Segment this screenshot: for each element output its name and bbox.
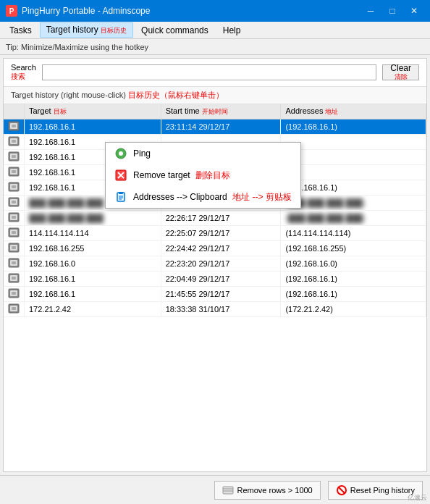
row-addresses: (192.168.16.1) <box>281 119 426 135</box>
col-addresses: Addresses 地址 <box>281 104 426 119</box>
row-starttime: 22:24:42 29/12/17 <box>161 241 281 256</box>
row-icon-cell <box>4 287 25 302</box>
row-target: ███.███.███.███ <box>25 211 161 226</box>
history-table: Target 目标 Start time 开始时间 Addresses 地址 <box>4 104 426 317</box>
search-label-zh: 搜索 <box>11 72 36 82</box>
ctx-remove-target[interactable]: Remove target 删除目标 <box>106 164 300 186</box>
window-controls: ─ □ ✕ <box>361 4 424 18</box>
row-icon-cell <box>4 211 25 226</box>
watermark: 亿速云 <box>408 493 427 503</box>
row-addresses <box>281 135 426 150</box>
svg-line-53 <box>339 487 345 493</box>
svg-rect-2 <box>12 125 16 127</box>
svg-rect-20 <box>12 216 16 219</box>
row-addresses: (192.168.16.1) <box>281 272 426 287</box>
row-addresses <box>281 150 426 165</box>
minimize-button[interactable]: ─ <box>361 4 381 18</box>
row-target: 192.168.16.1 <box>25 119 161 135</box>
bottom-bar: Remove rows > 1000 Reset Ping history <box>0 475 430 504</box>
row-addresses: (███.███.███.███) <box>281 196 426 211</box>
table-header-label: Target history (right mouse-click) 目标历史（… <box>4 87 426 104</box>
row-addresses: (192.168.16.255) <box>281 241 426 256</box>
row-addresses: (192.168.16.1) <box>281 287 426 302</box>
remove-rows-button[interactable]: Remove rows > 1000 <box>214 481 320 500</box>
context-menu: Ping Remove target 删除目标 <box>105 142 301 209</box>
search-area: Search 搜索 Clear 清除 <box>4 59 426 87</box>
row-target: 192.168.16.1 <box>25 287 161 302</box>
remove-rows-icon <box>222 484 234 496</box>
table-container: Target 目标 Start time 开始时间 Addresses 地址 <box>4 104 426 476</box>
remove-rows-label: Remove rows > 1000 <box>237 486 312 495</box>
svg-rect-32 <box>12 277 16 280</box>
tip-text: Tip: Minimize/Maximize using the hotkey <box>6 43 148 51</box>
row-icon-cell <box>4 272 25 287</box>
col-starttime: Start time 开始时间 <box>161 104 281 119</box>
row-icon-cell <box>4 302 25 317</box>
close-button[interactable]: ✕ <box>404 4 424 18</box>
table-row[interactable]: 192.168.16.123:11:14 29/12/17(192.168.16… <box>4 119 426 135</box>
row-icon-cell <box>4 150 25 165</box>
row-icon-cell <box>4 135 25 150</box>
menu-tasks[interactable]: Tasks <box>3 23 38 38</box>
row-starttime: 22:23:20 29/12/17 <box>161 256 281 272</box>
clipboard-icon <box>114 190 127 203</box>
row-addresses: (192.168.16.1) <box>281 180 426 196</box>
maximize-button[interactable]: □ <box>382 4 402 18</box>
row-starttime: 23:11:14 29/12/17 <box>161 119 281 135</box>
row-addresses: (███.███.███.███) <box>281 211 426 226</box>
svg-rect-26 <box>12 246 16 249</box>
row-icon-cell <box>4 241 25 256</box>
row-starttime: 22:25:07 29/12/17 <box>161 226 281 241</box>
col-icon <box>4 104 25 119</box>
remove-icon <box>114 169 127 182</box>
menu-quick-commands[interactable]: Quick commands <box>135 23 215 38</box>
tip-bar: Tip: Minimize/Maximize using the hotkey <box>0 39 430 55</box>
app-icon: P <box>6 5 17 17</box>
table-row[interactable]: ███.███.███.███22:26:17 29/12/17(███.███… <box>4 211 426 226</box>
svg-rect-49 <box>223 487 233 494</box>
row-icon-cell <box>4 196 25 211</box>
main-panel: Search 搜索 Clear 清除 Target history (right… <box>3 58 427 472</box>
reset-ping-label: Reset Ping history <box>350 486 415 495</box>
table-row[interactable]: 114.114.114.11422:25:07 29/12/17(114.114… <box>4 226 426 241</box>
search-input[interactable] <box>42 64 376 80</box>
svg-rect-5 <box>12 140 16 143</box>
svg-rect-45 <box>119 192 123 194</box>
svg-rect-14 <box>12 185 16 188</box>
table-row[interactable]: 192.168.16.25522:24:42 29/12/17(192.168.… <box>4 241 426 256</box>
row-icon-cell <box>4 180 25 196</box>
row-icon-cell <box>4 226 25 241</box>
row-target: 192.168.16.1 <box>25 272 161 287</box>
row-starttime: 22:26:17 29/12/17 <box>161 211 281 226</box>
reset-icon <box>336 484 347 496</box>
row-addresses: (114.114.114.114) <box>281 226 426 241</box>
ctx-remove-label: Remove target 删除目标 <box>133 169 230 182</box>
clear-button[interactable]: Clear 清除 <box>382 64 419 80</box>
svg-rect-8 <box>12 155 16 158</box>
row-addresses: (192.168.16.0) <box>281 256 426 272</box>
ctx-clipboard[interactable]: Addresses --> Clipboard 地址 --> 剪贴板 <box>106 186 300 208</box>
ctx-clipboard-label: Addresses --> Clipboard 地址 --> 剪贴板 <box>133 191 292 203</box>
svg-rect-11 <box>12 170 16 173</box>
table-row[interactable]: 192.168.16.122:04:49 29/12/17(192.168.16… <box>4 272 426 287</box>
search-label: Search <box>11 63 36 72</box>
col-target: Target 目标 <box>25 104 161 119</box>
row-target: 192.168.16.255 <box>25 241 161 256</box>
table-row[interactable]: 192.168.16.022:23:20 29/12/17(192.168.16… <box>4 256 426 272</box>
table-row[interactable]: 192.168.16.121:45:55 29/12/17(192.168.16… <box>4 287 426 302</box>
ping-icon <box>114 147 127 160</box>
ctx-ping[interactable]: Ping <box>106 143 300 164</box>
svg-point-40 <box>119 151 123 156</box>
table-row[interactable]: 172.21.2.4218:33:38 31/10/17(172.21.2.42… <box>4 302 426 317</box>
window-title: PingHurry Portable - Adminscope <box>22 6 150 16</box>
svg-rect-38 <box>12 307 16 310</box>
row-target: 192.168.16.0 <box>25 256 161 272</box>
row-icon-cell <box>4 256 25 272</box>
svg-rect-17 <box>12 201 16 203</box>
menu-help[interactable]: Help <box>216 23 248 38</box>
row-starttime: 21:45:55 29/12/17 <box>161 287 281 302</box>
menu-target-history[interactable]: Target history 目标历史 <box>40 22 133 38</box>
row-starttime: 18:33:38 31/10/17 <box>161 302 281 317</box>
row-icon-cell <box>4 165 25 180</box>
row-starttime: 22:04:49 29/12/17 <box>161 272 281 287</box>
